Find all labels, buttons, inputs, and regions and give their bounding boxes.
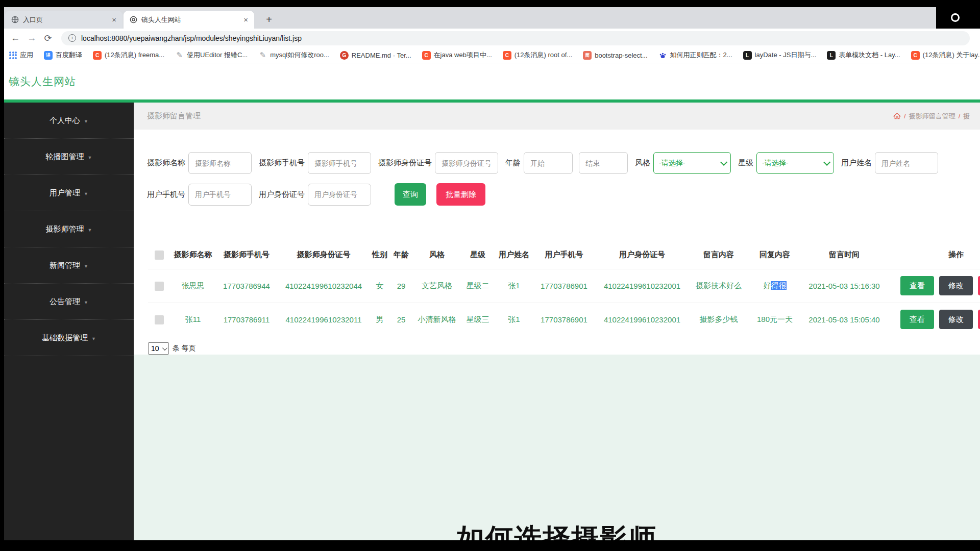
user-name-input[interactable] — [875, 152, 938, 174]
cell-star: 星级二 — [461, 269, 494, 303]
sidebar-item-base-data-mgmt[interactable]: 基础数据管理▼ — [4, 320, 134, 356]
breadcrumb-separator: / — [959, 112, 961, 120]
delete-button[interactable]: 删除 — [978, 276, 980, 295]
apps-menu[interactable]: 应用 — [9, 51, 33, 60]
bookmark-label: 表单模块文档 - Lay... — [839, 51, 900, 60]
record-indicator-icon — [951, 13, 960, 22]
site-title: 镜头人生网站 — [9, 74, 76, 89]
page-info-icon[interactable]: i — [68, 34, 76, 42]
page-size-select[interactable]: 10 — [148, 342, 169, 355]
photographer-phone-input[interactable] — [308, 152, 371, 174]
tab-title: 入口页 — [23, 15, 108, 24]
cell-user-phone: 17703786901 — [534, 303, 594, 336]
tab-entry-page[interactable]: 入口页 × — [5, 11, 122, 29]
bookmark-item[interactable]: 简bootstrap-select... — [583, 51, 647, 60]
row-actions: 查看 修改 删除 — [886, 310, 980, 329]
filter-label: 用户身份证号 — [259, 190, 305, 199]
bookmark-item[interactable]: ✎使用UEditor 报错C... — [175, 51, 248, 60]
select-all-checkbox[interactable] — [155, 251, 164, 260]
row-checkbox[interactable] — [155, 282, 164, 291]
batch-delete-button[interactable]: 批量删除 — [436, 183, 485, 206]
cell-style: 文艺风格 — [412, 269, 461, 303]
sidebar-item-label: 摄影师管理 — [46, 224, 84, 234]
bookmark-item[interactable]: 译百度翻译 — [44, 51, 82, 60]
sidebar-item-label: 用户管理 — [50, 188, 80, 198]
page-size-control: 10 条 每页 — [148, 342, 980, 355]
sidebar-item-carousel-mgmt[interactable]: 轮播图管理▼ — [4, 139, 134, 175]
home-icon — [893, 112, 901, 120]
filter-label: 摄影师身份证号 — [378, 158, 432, 168]
cell-user-idcard: 410224199610232001 — [594, 303, 690, 336]
filter-label: 摄影师名称 — [147, 158, 185, 168]
style-select[interactable]: -请选择- — [653, 152, 731, 174]
bookmark-item[interactable]: C在java web项目中... — [422, 51, 492, 60]
col-header: 操作 — [886, 241, 980, 269]
cell-idcard: 410224199610232044 — [278, 269, 370, 303]
address-bar[interactable]: i localhost:8080/yuepaiwangzhan/jsp/modu… — [61, 31, 970, 45]
forward-button[interactable]: → — [24, 31, 39, 45]
sidebar-item-personal-center[interactable]: 个人中心▼ — [4, 103, 134, 139]
star-select[interactable]: -请选择- — [756, 152, 834, 174]
delete-button[interactable]: 删除 — [978, 310, 980, 329]
bookmark-item[interactable]: L表单模块文档 - Lay... — [827, 51, 900, 60]
sidebar-item-label: 个人中心 — [50, 116, 80, 126]
caret-down-icon: ▼ — [84, 300, 88, 305]
view-button[interactable]: 查看 — [900, 276, 934, 295]
bookmark-item[interactable]: 如何用正则匹配：2... — [658, 51, 732, 60]
tab-title: 镜头人生网站 — [141, 15, 239, 24]
bookmark-item[interactable]: ✎mysql如何修改roo... — [258, 51, 329, 60]
edit-button[interactable]: 修改 — [939, 276, 973, 295]
sidebar-item-label: 轮播图管理 — [46, 152, 84, 162]
age-end-input[interactable] — [579, 152, 628, 174]
messages-table: 摄影师名称 摄影师手机号 摄影师身份证号 性别 年龄 风格 星级 用户姓名 用户… — [148, 241, 980, 336]
bookmark-label: 在java web项目中... — [434, 51, 492, 60]
view-button[interactable]: 查看 — [900, 310, 934, 329]
breadcrumb: / 摄影师留言管理 / 摄 — [893, 112, 980, 121]
new-tab-button[interactable]: + — [262, 12, 276, 27]
caret-down-icon: ▼ — [84, 191, 88, 196]
sidebar-item-label: 公告管理 — [50, 297, 80, 307]
age-start-input[interactable] — [524, 152, 573, 174]
globe-icon — [11, 16, 19, 23]
photographer-name-input[interactable] — [188, 152, 252, 174]
photographer-idcard-input[interactable] — [435, 152, 498, 174]
sidebar-item-user-mgmt[interactable]: 用户管理▼ — [4, 175, 134, 211]
page-size-suffix: 条 每页 — [173, 344, 196, 353]
caret-down-icon: ▼ — [88, 228, 92, 233]
user-idcard-input[interactable] — [308, 184, 371, 206]
col-header: 用户姓名 — [494, 241, 534, 269]
csdn-icon: C — [422, 51, 431, 60]
jianshu-icon: 简 — [583, 51, 592, 60]
select-value: -请选择- — [762, 159, 788, 168]
cell-user-name: 张1 — [494, 303, 534, 336]
sidebar-item-photographer-mgmt[interactable]: 摄影师管理▼ — [4, 211, 134, 247]
bookmark-item[interactable]: GREADME.md · Ter... — [340, 51, 411, 60]
cell-time: 2021-05-03 15:16:30 — [802, 269, 886, 303]
filter-label: 风格 — [635, 158, 650, 168]
bookmark-item[interactable]: C(12条消息) freema... — [93, 51, 164, 60]
breadcrumb-item[interactable]: 摄影师留言管理 — [909, 112, 955, 121]
row-checkbox[interactable] — [155, 315, 164, 324]
cell-age: 25 — [390, 303, 412, 336]
bookmark-item[interactable]: C(12条消息) 关于lay... — [911, 51, 980, 60]
bookmark-label: layDate - JS日期与... — [755, 51, 817, 60]
tab-close-icon[interactable]: × — [112, 16, 116, 23]
apps-grid-icon — [9, 52, 17, 59]
reload-button[interactable]: ⟳ — [41, 31, 55, 45]
back-button[interactable]: ← — [8, 31, 22, 45]
tab-close-icon[interactable]: × — [243, 16, 248, 23]
edit-button[interactable]: 修改 — [939, 310, 973, 329]
sidebar-item-notice-mgmt[interactable]: 公告管理▼ — [4, 284, 134, 320]
breadcrumb-item[interactable]: 摄 — [963, 112, 970, 121]
baidu-paw-icon — [658, 51, 667, 60]
quill-icon: ✎ — [258, 51, 267, 60]
user-phone-input[interactable] — [188, 184, 252, 206]
search-button[interactable]: 查询 — [395, 183, 426, 206]
bookmark-item[interactable]: LlayDate - JS日期与... — [743, 51, 817, 60]
bookmark-item[interactable]: C(12条消息) root of... — [503, 51, 572, 60]
tab-lens-life-site[interactable]: 镜头人生网站 × — [124, 11, 254, 29]
selected-text: 得很 — [771, 281, 787, 290]
cell-message: 摄影技术好么 — [690, 269, 747, 303]
sidebar-item-news-mgmt[interactable]: 新闻管理▼ — [4, 247, 134, 284]
csdn-icon: C — [93, 51, 102, 60]
